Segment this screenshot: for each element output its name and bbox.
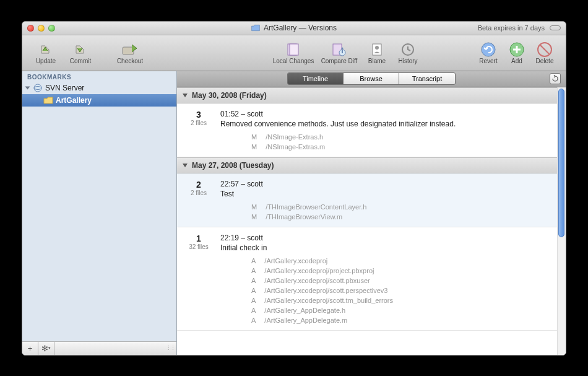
add-button[interactable]: Add: [504, 37, 530, 69]
file-entry[interactable]: A/ArtGallery.xcodeproj/scott.tm_build_er…: [251, 295, 553, 305]
file-status: M: [251, 212, 257, 222]
file-entry[interactable]: A/ArtGallery_AppDelegate.m: [251, 315, 553, 325]
local-changes-button[interactable]: Local Changes: [270, 37, 317, 69]
file-entry[interactable]: M/NSImage-Extras.h: [251, 132, 553, 142]
commit-meta: 01:52 – scott: [220, 110, 553, 118]
tab-timeline[interactable]: Timeline: [288, 73, 344, 84]
file-path: /THImageBrowserContentLayer.h: [266, 202, 366, 212]
add-bookmark-button[interactable]: +: [22, 342, 38, 355]
commit-meta: 22:19 – scott: [220, 234, 553, 242]
compare-diff-icon: [330, 42, 348, 58]
svg-point-13: [34, 84, 41, 92]
day-label: May 30, 2008 (Friday): [192, 91, 267, 100]
day-label: May 27, 2008 (Tuesday): [192, 161, 274, 170]
toolbar-pill-button[interactable]: [550, 25, 561, 30]
file-path: /ArtGallery.xcodeproj/scott.pbxuser: [264, 276, 370, 286]
file-entry[interactable]: M/NSImage-Extras.m: [251, 142, 553, 152]
refresh-icon: [551, 75, 559, 82]
sidebar-resize-handle[interactable]: ⋮⋮⋮: [168, 342, 176, 355]
tab-transcript[interactable]: Transcript: [399, 73, 455, 84]
svg-point-10: [482, 43, 495, 56]
revision-number: 1: [177, 234, 220, 243]
blame-button[interactable]: Blame: [361, 37, 392, 69]
file-path: /NSImage-Extras.m: [266, 142, 325, 152]
file-entry[interactable]: M/THImageBrowserContentLayer.h: [251, 202, 553, 212]
commit-row[interactable]: 32 files01:52 – scottRemoved convenience…: [177, 103, 566, 157]
timeline-content[interactable]: May 30, 2008 (Friday)32 files01:52 – sco…: [177, 87, 566, 355]
main-panel: Timeline Browse Transcript May 30, 2008 …: [177, 71, 566, 355]
scrollbar-thumb[interactable]: [558, 89, 564, 237]
file-status: A: [251, 276, 256, 286]
app-window: ArtGallery — Versions Beta expires in 7 …: [22, 21, 566, 356]
commit-icon: [71, 42, 90, 58]
svg-point-6: [342, 47, 344, 49]
checkout-button[interactable]: Checkout: [110, 37, 150, 69]
file-path: /ArtGallery.xcodeproj: [264, 256, 327, 266]
add-icon: [508, 42, 526, 58]
file-status: A: [251, 315, 256, 325]
disclosure-triangle-icon[interactable]: [25, 86, 30, 89]
sidebar-item-artgallery[interactable]: ArtGallery: [22, 94, 176, 107]
disclosure-triangle-icon[interactable]: [183, 164, 188, 167]
window-controls: [27, 25, 55, 32]
commit-button[interactable]: Commit: [63, 37, 98, 69]
file-entry[interactable]: A/ArtGallery.xcodeproj/scott.pbxuser: [251, 276, 553, 286]
file-path: /ArtGallery_AppDelegate.h: [264, 305, 345, 315]
commit-message: Test: [220, 190, 553, 198]
commit-message: Initial check in: [220, 243, 553, 252]
revert-button[interactable]: Revert: [473, 37, 504, 69]
file-path: /NSImage-Extras.h: [266, 132, 323, 142]
refresh-button[interactable]: [550, 73, 561, 84]
compare-diff-button[interactable]: Compare Diff: [317, 37, 361, 69]
action-menu-button[interactable]: ✻▾: [38, 342, 54, 355]
commit-row[interactable]: 132 files22:19 – scottInitial check inA/…: [177, 227, 566, 331]
minimize-window-button[interactable]: [38, 25, 45, 32]
revert-icon: [479, 42, 498, 58]
file-list: M/NSImage-Extras.hM/NSImage-Extras.m: [220, 132, 553, 152]
file-entry[interactable]: A/ArtGallery_AppDelegate.h: [251, 305, 553, 315]
commit-row[interactable]: 22 files22:57 – scottTestM/THImageBrowse…: [177, 173, 566, 227]
update-button[interactable]: Update: [28, 37, 63, 69]
local-changes-icon: [284, 42, 303, 58]
file-entry[interactable]: A/ArtGallery.xcodeproj/scott.perspective…: [251, 286, 553, 295]
file-status: A: [251, 256, 256, 266]
checkout-icon: [121, 42, 139, 58]
scrollbar[interactable]: [557, 87, 566, 355]
file-count: 2 files: [177, 190, 220, 196]
beta-notice: Beta expires in 7 days: [478, 24, 561, 32]
file-entry[interactable]: M/THImageBrowserView.m: [251, 212, 553, 222]
history-button[interactable]: History: [392, 37, 423, 69]
toolbar: Update Commit Checkout Local Changes Com…: [22, 35, 566, 71]
file-entry[interactable]: A/ArtGallery.xcodeproj: [251, 256, 553, 266]
server-icon: [33, 84, 43, 92]
zoom-window-button[interactable]: [48, 25, 55, 32]
titlebar: ArtGallery — Versions Beta expires in 7 …: [22, 22, 566, 35]
file-status: A: [251, 305, 256, 315]
close-window-button[interactable]: [27, 25, 34, 32]
history-icon: [399, 42, 417, 58]
file-path: /ArtGallery_AppDelegate.m: [264, 315, 347, 325]
file-entry[interactable]: A/ArtGallery.xcodeproj/project.pbxproj: [251, 266, 553, 276]
delete-button[interactable]: Delete: [530, 37, 560, 69]
sidebar-item-server[interactable]: SVN Server: [22, 82, 176, 94]
tab-browse[interactable]: Browse: [344, 73, 399, 84]
sidebar-footer: + ✻▾ ⋮⋮⋮: [22, 341, 176, 355]
folder-icon: [251, 24, 260, 32]
day-header[interactable]: May 27, 2008 (Tuesday): [177, 157, 566, 173]
revision-number: 3: [177, 110, 220, 120]
view-tabbar: Timeline Browse Transcript: [177, 71, 566, 87]
file-status: M: [251, 132, 257, 142]
sidebar-header: BOOKMARKS: [22, 71, 176, 82]
disclosure-triangle-icon[interactable]: [183, 94, 188, 97]
file-path: /ArtGallery.xcodeproj/scott.perspectivev…: [264, 286, 387, 295]
svg-rect-2: [290, 44, 298, 55]
file-status: M: [251, 142, 257, 152]
day-header[interactable]: May 30, 2008 (Friday): [177, 87, 566, 103]
commit-meta: 22:57 – scott: [220, 180, 553, 188]
file-status: A: [251, 266, 256, 276]
commit-message: Removed convenience methods. Just use de…: [220, 120, 553, 128]
file-status: A: [251, 286, 256, 295]
delete-icon: [535, 42, 554, 58]
svg-rect-5: [342, 50, 343, 53]
file-count: 2 files: [177, 120, 220, 126]
